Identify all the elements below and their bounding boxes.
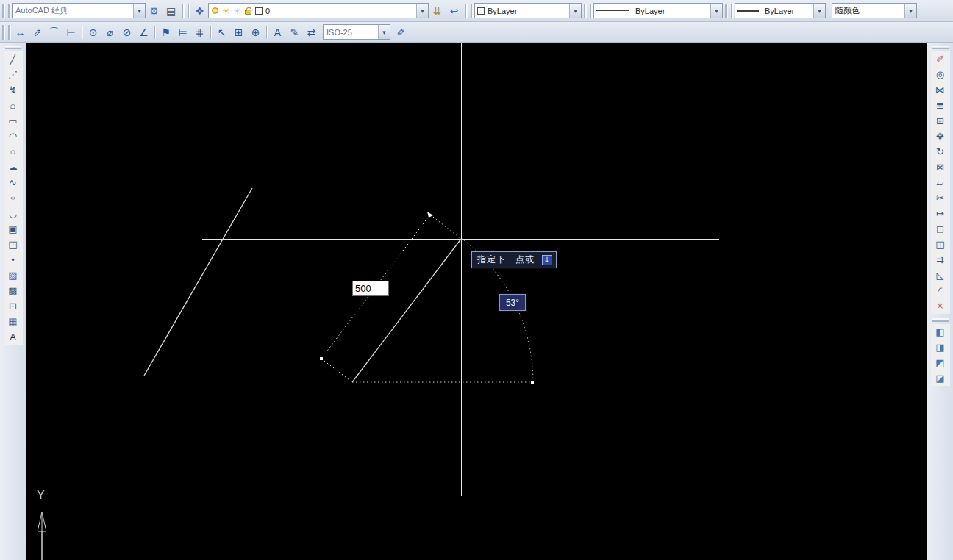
- dim-continue-icon: ⋕: [196, 27, 204, 37]
- layer-color-swatch[interactable]: [255, 7, 263, 15]
- chevron-down-icon[interactable]: ▾: [378, 25, 390, 39]
- chevron-down-icon[interactable]: ▾: [133, 4, 145, 18]
- revision-cloud-button[interactable]: ☁: [4, 159, 23, 175]
- fillet-button[interactable]: ◜: [931, 283, 950, 298]
- layer-combo[interactable]: ☀ ☀ 0 ▾: [208, 3, 429, 18]
- region-button[interactable]: ⊡: [4, 298, 23, 314]
- erase-button[interactable]: ✐: [931, 51, 950, 67]
- dim-style-combo[interactable]: ISO-25 ▾: [323, 24, 390, 40]
- copy-button[interactable]: ◎: [931, 67, 950, 82]
- center-mark-icon: ⊕: [251, 27, 260, 37]
- line-button[interactable]: ╱: [4, 51, 23, 67]
- rectangle-button[interactable]: ▭: [4, 113, 23, 129]
- toolbar-separator: [154, 26, 155, 39]
- explode-button[interactable]: ✳: [931, 298, 950, 314]
- hatch-button[interactable]: ▨: [4, 268, 23, 283]
- array-button[interactable]: ⊞: [931, 113, 950, 129]
- dim-jogged-button[interactable]: ⌀: [101, 24, 118, 40]
- mirror-button[interactable]: ⋈: [931, 82, 950, 98]
- toolbar-grip[interactable]: [932, 318, 949, 322]
- toolbar-grip[interactable]: [2, 4, 10, 18]
- workspace-combo[interactable]: AutoCAD 经典 ▾: [12, 3, 146, 18]
- layer-states-button[interactable]: ⇊: [429, 3, 446, 19]
- dim-linear-button[interactable]: ↔: [12, 24, 29, 40]
- polyline-button[interactable]: ↯: [4, 82, 23, 98]
- table-button[interactable]: ▦: [4, 314, 23, 329]
- move-button[interactable]: ✥: [931, 129, 950, 144]
- dynamic-input-angle-field[interactable]: 53°: [499, 294, 526, 311]
- chevron-down-icon[interactable]: ▾: [813, 4, 825, 18]
- construction-line-button[interactable]: ⋰: [4, 67, 23, 82]
- toolbar-grip[interactable]: [182, 4, 189, 18]
- arc-button[interactable]: ◠: [4, 129, 23, 144]
- insert-block-button[interactable]: ▣: [4, 221, 23, 237]
- join-button[interactable]: ⇉: [931, 252, 950, 268]
- break-at-point-button[interactable]: ◻: [931, 221, 950, 237]
- break-button[interactable]: ◫: [931, 237, 950, 252]
- chevron-down-icon[interactable]: ▾: [569, 4, 581, 18]
- multiline-text-button[interactable]: A: [4, 329, 23, 345]
- chamfer-button[interactable]: ◺: [931, 268, 950, 283]
- dim-edit-button[interactable]: A: [269, 24, 286, 40]
- make-block-button[interactable]: ◰: [4, 237, 23, 252]
- stretch-icon: ▱: [937, 178, 944, 187]
- scale-button[interactable]: ⊠: [931, 159, 950, 175]
- layer-freeze-icon[interactable]: ☀: [221, 6, 231, 15]
- tolerance-button[interactable]: ⊞: [230, 24, 247, 40]
- dynamic-input-length-field[interactable]: 500: [352, 281, 389, 296]
- layer-lock-icon[interactable]: [243, 6, 253, 15]
- toolbar-grip[interactable]: [584, 4, 591, 18]
- stretch-button[interactable]: ▱: [931, 175, 950, 190]
- dim-update-button[interactable]: ⇄: [303, 24, 320, 40]
- layer-previous-button[interactable]: ↩: [446, 3, 463, 19]
- send-to-back-button[interactable]: ◨: [931, 340, 950, 355]
- autocad-window: AutoCAD 经典 ▾ ⚙▤ ❖ ☀ ☀ 0 ▾ ⇊↩ ByLayer ▾ B…: [0, 0, 953, 560]
- toolbar-grip[interactable]: [932, 46, 949, 49]
- quick-leader-button[interactable]: ↖: [213, 24, 230, 40]
- rotate-button[interactable]: ↻: [931, 144, 950, 159]
- workspace-environment-button[interactable]: ▤: [163, 3, 179, 19]
- linetype-combo[interactable]: ByLayer ▾: [593, 3, 723, 18]
- layer-properties-manager-button[interactable]: ❖: [191, 3, 208, 19]
- bring-above-objects-button[interactable]: ◩: [931, 355, 950, 370]
- chevron-down-icon[interactable]: ▾: [710, 4, 722, 18]
- dim-baseline-button[interactable]: ⊨: [174, 24, 191, 40]
- circle-button[interactable]: ○: [4, 144, 23, 159]
- dim-radius-button[interactable]: ⊙: [85, 24, 101, 40]
- trim-button[interactable]: ✂: [931, 190, 950, 206]
- ellipse-arc-button[interactable]: ◡: [4, 206, 23, 221]
- toolbar-grip[interactable]: [5, 46, 21, 49]
- spline-button[interactable]: ∿: [4, 175, 23, 190]
- drawing-canvas[interactable]: 500 指定下一点或 ⇓ 53° Y: [26, 43, 927, 560]
- dim-continue-button[interactable]: ⋕: [191, 24, 208, 40]
- dim-diameter-button[interactable]: ⊘: [118, 24, 135, 40]
- color-combo[interactable]: ByLayer ▾: [474, 3, 582, 18]
- dim-arc-length-button[interactable]: ⌒: [46, 24, 63, 40]
- layer-on-icon[interactable]: [210, 6, 220, 15]
- polygon-button[interactable]: ⌂: [4, 98, 23, 113]
- quick-dimension-button[interactable]: ⚑: [157, 24, 174, 40]
- toolbar-grip[interactable]: [2, 25, 10, 40]
- bring-to-front-button[interactable]: ◧: [931, 324, 950, 340]
- dim-text-edit-button[interactable]: ✎: [286, 24, 303, 40]
- toolbar-grip[interactable]: [725, 4, 732, 18]
- chevron-down-icon[interactable]: ▾: [416, 4, 428, 18]
- dim-angular-button[interactable]: ∠: [135, 24, 152, 40]
- center-mark-button[interactable]: ⊕: [247, 24, 264, 40]
- dim-aligned-button[interactable]: ⇗: [29, 24, 46, 40]
- dim-ordinate-button[interactable]: ⊢: [63, 24, 79, 40]
- offset-button[interactable]: ≣: [931, 98, 950, 113]
- chevron-down-icon[interactable]: ▾: [904, 4, 916, 18]
- toolbar-grip[interactable]: [465, 4, 472, 18]
- point-button[interactable]: •: [4, 252, 23, 268]
- dynamic-input-prompt-text: 指定下一点或: [477, 254, 535, 266]
- send-under-objects-button[interactable]: ◪: [931, 370, 950, 386]
- dim-style-button[interactable]: ✐: [393, 24, 410, 40]
- lineweight-combo[interactable]: ByLayer ▾: [735, 3, 826, 18]
- layer-vp-freeze-icon[interactable]: ☀: [232, 6, 242, 15]
- workspace-settings-button[interactable]: ⚙: [146, 3, 163, 19]
- plot-style-combo[interactable]: 随颜色 ▾: [832, 3, 917, 18]
- extend-button[interactable]: ↦: [931, 206, 950, 221]
- gradient-button[interactable]: ▩: [4, 283, 23, 298]
- ellipse-button[interactable]: ○: [4, 190, 23, 206]
